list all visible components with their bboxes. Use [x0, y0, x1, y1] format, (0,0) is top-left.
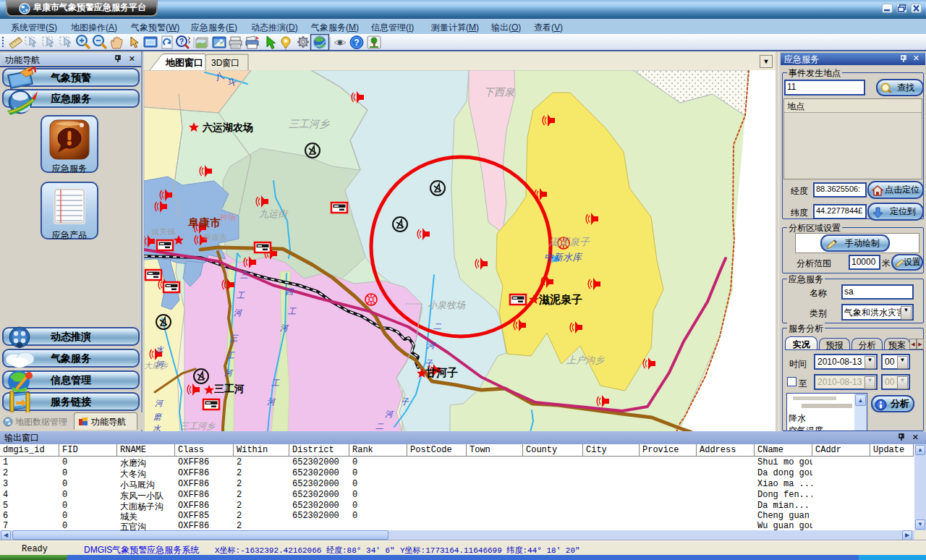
svg-text:上户沟乡: 上户沟乡: [566, 355, 605, 365]
svg-text:?: ?: [354, 38, 359, 48]
svg-text:子: 子: [401, 397, 409, 406]
svg-text:?: ?: [179, 38, 184, 46]
svg-text:水: 水: [156, 345, 164, 354]
svg-text:地图窗口: 地图窗口: [165, 57, 203, 68]
svg-text:三工河乡: 三工河乡: [289, 118, 330, 130]
svg-text:六运湖农场: 六运湖农场: [202, 122, 253, 133]
svg-text:三: 三: [240, 271, 249, 279]
svg-text:3D窗口: 3D窗口: [211, 58, 239, 68]
svg-text:三: 三: [230, 334, 239, 342]
svg-text:九运街: 九运街: [259, 208, 289, 219]
svg-text:工: 工: [237, 291, 245, 300]
svg-text:中新水库: 中新水库: [544, 252, 583, 263]
svg-text:二: 二: [433, 322, 442, 331]
svg-text:工: 工: [288, 307, 297, 315]
svg-text:三工河乡: 三工河乡: [180, 421, 216, 431]
svg-text:城关镇: 城关镇: [150, 227, 175, 236]
svg-text:阜康市: 阜康市: [203, 233, 227, 242]
svg-text:种场: 种场: [219, 213, 236, 221]
svg-text:三工河: 三工河: [214, 383, 245, 394]
svg-text:阜康市: 阜康市: [187, 216, 221, 229]
svg-text:小泉牧场: 小泉牧场: [428, 300, 466, 310]
svg-text:滋泥泉子: 滋泥泉子: [549, 236, 590, 247]
svg-text:下西泉: 下西泉: [484, 86, 514, 98]
svg-text:甘河子: 甘河子: [425, 366, 458, 378]
svg-text:子: 子: [425, 359, 433, 368]
svg-text:四: 四: [285, 287, 294, 296]
svg-text:二: 二: [375, 422, 384, 430]
svg-text:工: 工: [271, 378, 280, 387]
svg-text:滋泥泉子: 滋泥泉子: [538, 293, 582, 305]
svg-text:工: 工: [226, 351, 235, 360]
